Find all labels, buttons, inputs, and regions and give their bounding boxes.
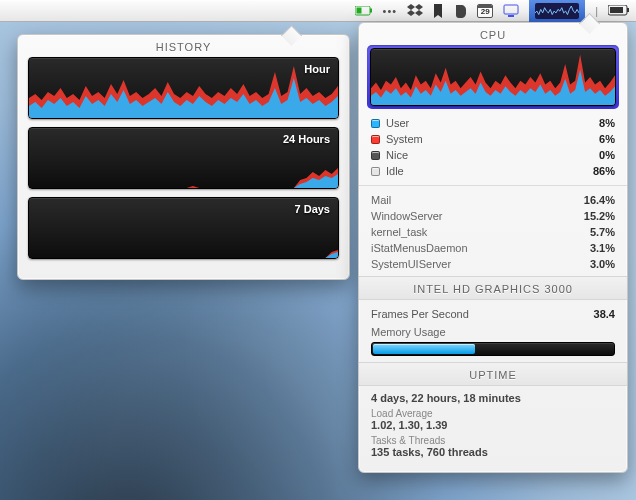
legend-value: 0% xyxy=(599,147,615,163)
svg-rect-8 xyxy=(508,15,514,17)
legend-value: 6% xyxy=(599,131,615,147)
legend-value: 86% xyxy=(593,163,615,179)
cpu-graph-frame[interactable] xyxy=(367,45,619,109)
bookmark-icon[interactable] xyxy=(433,0,443,22)
gpu-fps-value: 38.4 xyxy=(594,306,615,322)
load-avg-value: 1.02, 1.30, 1.39 xyxy=(371,419,615,431)
swatch-icon xyxy=(371,119,380,128)
gpu-mem-label: Memory Usage xyxy=(359,326,627,338)
gpu-mem-meter xyxy=(371,342,615,356)
history-panel: HISTORY Hour24 Hours7 Days xyxy=(17,34,350,280)
history-graph-hour[interactable]: Hour xyxy=(28,57,339,119)
process-name: kernel_task xyxy=(371,224,427,240)
process-row[interactable]: Mail16.4% xyxy=(371,192,615,208)
process-value: 5.7% xyxy=(590,224,615,240)
svg-marker-6 xyxy=(415,10,423,16)
calendar-day: 29 xyxy=(481,7,490,16)
process-row[interactable]: SystemUIServer3.0% xyxy=(371,256,615,272)
uptime-value: 4 days, 22 hours, 18 minutes xyxy=(371,392,615,404)
gpu-mem-fill xyxy=(373,344,475,354)
calendar-icon[interactable]: 29 xyxy=(477,0,493,22)
menubar: ••• 29 | xyxy=(0,0,636,22)
process-row[interactable]: WindowServer15.2% xyxy=(371,208,615,224)
load-avg-label: Load Average xyxy=(371,408,615,419)
svg-marker-4 xyxy=(415,4,423,10)
process-name: Mail xyxy=(371,192,391,208)
process-value: 3.0% xyxy=(590,256,615,272)
legend-label: System xyxy=(386,131,423,147)
legend-row-system: System6% xyxy=(371,131,615,147)
legend-label: User xyxy=(386,115,409,131)
process-value: 16.4% xyxy=(584,192,615,208)
legend-row-user: User8% xyxy=(371,115,615,131)
display-icon[interactable] xyxy=(503,0,519,22)
legend-row-nice: Nice0% xyxy=(371,147,615,163)
swatch-icon xyxy=(371,151,380,160)
history-graph-7-days[interactable]: 7 Days xyxy=(28,197,339,259)
battery-outline-icon[interactable] xyxy=(608,0,630,22)
svg-rect-11 xyxy=(627,8,629,12)
svg-marker-5 xyxy=(407,10,415,16)
battery-green-icon[interactable] xyxy=(355,0,373,22)
swatch-icon xyxy=(371,135,380,144)
gpu-title: INTEL HD GRAPHICS 3000 xyxy=(359,276,627,300)
process-row[interactable]: iStatMenusDaemon3.1% xyxy=(371,240,615,256)
tasks-value: 135 tasks, 760 threads xyxy=(371,446,615,458)
svg-rect-2 xyxy=(356,7,361,13)
dropbox-icon[interactable] xyxy=(407,0,423,22)
menu-dots-icon[interactable]: ••• xyxy=(383,0,398,22)
process-row[interactable]: kernel_task5.7% xyxy=(371,224,615,240)
svg-rect-7 xyxy=(504,5,518,14)
gpu-fps-row: Frames Per Second 38.4 xyxy=(371,306,615,322)
cpu-legend: User8%System6%Nice0%Idle86% xyxy=(359,115,627,179)
legend-label: Nice xyxy=(386,147,408,163)
process-name: SystemUIServer xyxy=(371,256,451,272)
svg-rect-1 xyxy=(370,8,372,12)
legend-label: Idle xyxy=(386,163,404,179)
process-list: Mail16.4%WindowServer15.2%kernel_task5.7… xyxy=(359,192,627,272)
svg-marker-3 xyxy=(407,4,415,10)
menubar-mini-graph xyxy=(535,3,579,19)
process-value: 3.1% xyxy=(590,240,615,256)
evernote-icon[interactable] xyxy=(453,0,467,22)
cpu-title: CPU xyxy=(359,23,627,45)
process-value: 15.2% xyxy=(584,208,615,224)
uptime-title: UPTIME xyxy=(359,362,627,386)
process-name: WindowServer xyxy=(371,208,443,224)
legend-row-idle: Idle86% xyxy=(371,163,615,179)
cpu-panel: CPU User8%System6%Nice0%Idle86% Mail16.4… xyxy=(358,22,628,473)
istat-cpu-menubar[interactable] xyxy=(529,0,585,22)
swatch-icon xyxy=(371,167,380,176)
history-title: HISTORY xyxy=(28,35,339,57)
legend-value: 8% xyxy=(599,115,615,131)
process-name: iStatMenusDaemon xyxy=(371,240,468,256)
cpu-live-graph xyxy=(370,48,616,106)
history-graph-24-hours[interactable]: 24 Hours xyxy=(28,127,339,189)
svg-rect-12 xyxy=(610,7,623,13)
gpu-fps-label: Frames Per Second xyxy=(371,306,469,322)
tasks-label: Tasks & Threads xyxy=(371,435,615,446)
